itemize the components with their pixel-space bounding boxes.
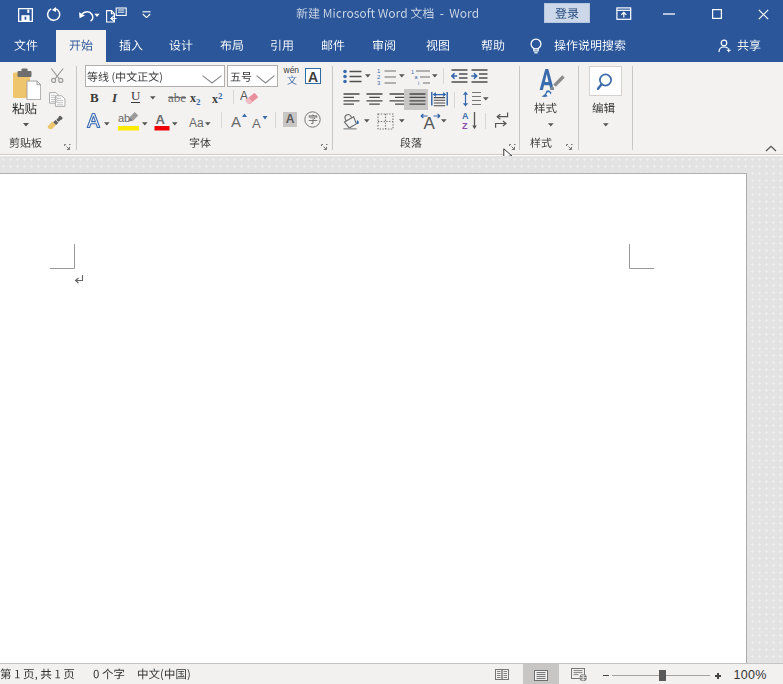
svg-text:Z: Z xyxy=(462,121,468,130)
svg-text:A: A xyxy=(462,111,469,121)
svg-text:i: i xyxy=(418,80,419,85)
svg-text:A: A xyxy=(156,112,166,127)
svg-text:3: 3 xyxy=(377,80,381,85)
svg-text:ab: ab xyxy=(118,112,130,124)
svg-text:A: A xyxy=(231,113,241,130)
svg-text:A: A xyxy=(252,116,261,130)
